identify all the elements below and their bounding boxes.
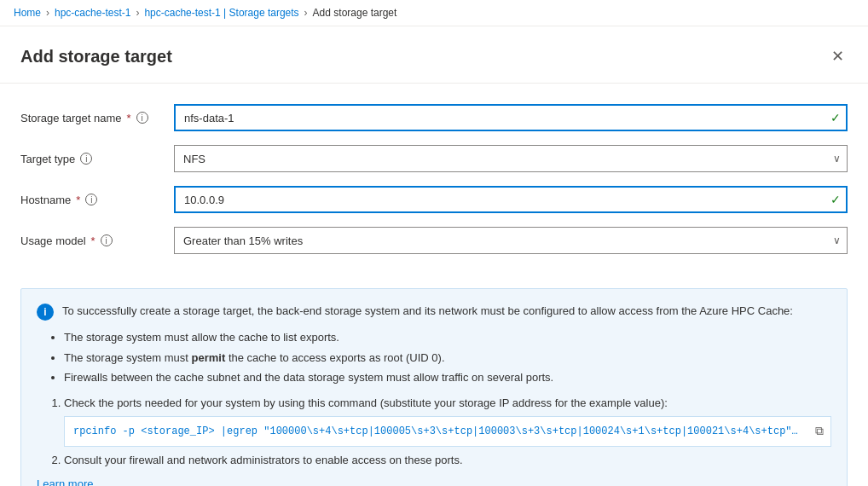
info-step-1: Check the ports needed for your system b… — [64, 395, 831, 448]
hostname-required-marker: * — [76, 194, 80, 206]
usage-model-row: Usage model * i Greater than 15% writes … — [20, 227, 848, 254]
target-type-row: Target type i NFS ADLS NFS Blob NFS ∨ — [20, 145, 848, 172]
storage-target-name-label: Storage target name * i — [20, 112, 174, 124]
learn-more-link[interactable]: Learn more — [37, 477, 93, 487]
info-bullet-1: The storage system must allow the cache … — [64, 329, 831, 346]
add-storage-target-panel: Add storage target ✕ Storage target name… — [0, 26, 868, 486]
info-box-steps: Check the ports needed for your system b… — [64, 395, 831, 469]
panel-header: Add storage target ✕ — [0, 26, 868, 84]
info-box-header-text: To successfully create a storage target,… — [62, 303, 793, 321]
info-code-block: rpcinfo -p <storage_IP> |egrep "100000\s… — [64, 416, 831, 447]
info-code-text: rpcinfo -p <storage_IP> |egrep "100000\s… — [73, 425, 831, 437]
info-box-bullets: The storage system must allow the cache … — [64, 329, 831, 386]
info-box: i To successfully create a storage targe… — [20, 288, 848, 486]
usage-model-label: Usage model * i — [20, 234, 174, 247]
close-button[interactable]: ✕ — [828, 43, 848, 69]
usage-model-select[interactable]: Greater than 15% writes Read heavy, infr… — [174, 227, 848, 254]
hostname-input[interactable] — [174, 186, 848, 213]
storage-target-name-input[interactable] — [174, 104, 848, 131]
info-bullet-2: The storage system must permit the cache… — [64, 350, 831, 367]
hostname-label: Hostname * i — [20, 194, 174, 206]
info-step-1-text: Check the ports needed for your system b… — [64, 396, 668, 409]
storage-target-name-row: Storage target name * i ✓ — [20, 104, 848, 131]
breadcrumb-bar: Home › hpc-cache-test-1 › hpc-cache-test… — [0, 0, 868, 26]
info-step-2-text: Consult your firewall and network admini… — [64, 454, 463, 466]
breadcrumb-cache[interactable]: hpc-cache-test-1 — [55, 7, 130, 19]
usage-model-required-marker: * — [91, 234, 95, 247]
copy-icon[interactable]: ⧉ — [815, 423, 824, 441]
hostname-row: Hostname * i ✓ — [20, 186, 848, 213]
hostname-wrap: ✓ — [174, 186, 848, 213]
storage-target-name-check-icon: ✓ — [830, 111, 841, 124]
breadcrumb-sep-3: › — [304, 7, 308, 19]
target-type-info-icon[interactable]: i — [80, 153, 92, 165]
usage-model-info-icon[interactable]: i — [101, 234, 113, 246]
breadcrumb-sep-1: › — [46, 7, 49, 19]
storage-target-name-info-icon[interactable]: i — [136, 112, 148, 124]
breadcrumb-storage-targets[interactable]: hpc-cache-test-1 | Storage targets — [144, 7, 298, 19]
hostname-info-icon[interactable]: i — [85, 194, 97, 205]
form-section: Storage target name * i ✓ Target type i … — [0, 84, 868, 281]
info-circle-icon: i — [37, 304, 54, 321]
required-marker: * — [127, 112, 131, 124]
target-type-select[interactable]: NFS ADLS NFS Blob NFS — [174, 145, 848, 172]
usage-model-wrap: Greater than 15% writes Read heavy, infr… — [174, 227, 848, 254]
target-type-wrap: NFS ADLS NFS Blob NFS ∨ — [174, 145, 848, 172]
breadcrumb-current: Add storage target — [313, 7, 397, 19]
storage-target-name-wrap: ✓ — [174, 104, 848, 131]
info-bullet-3: Firewalls between the cache subnet and t… — [64, 369, 831, 386]
info-box-header: i To successfully create a storage targe… — [37, 303, 831, 321]
hostname-check-icon: ✓ — [830, 193, 841, 206]
breadcrumb-sep-2: › — [136, 7, 139, 19]
panel-title: Add storage target — [20, 47, 172, 67]
breadcrumb-home[interactable]: Home — [14, 7, 41, 19]
info-step-2: Consult your firewall and network admini… — [64, 452, 831, 469]
target-type-label: Target type i — [20, 153, 174, 165]
